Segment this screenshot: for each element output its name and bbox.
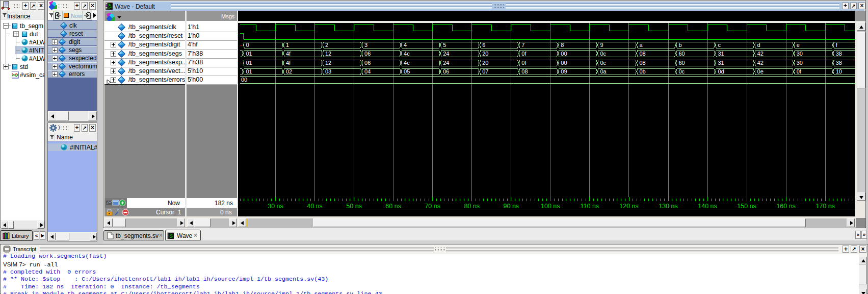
svg-text:24: 24 xyxy=(443,60,449,66)
svg-text:90 ns: 90 ns xyxy=(504,203,519,210)
svg-text:0c: 0c xyxy=(600,60,606,66)
svg-text:0e: 0e xyxy=(757,68,764,75)
svg-text:10: 10 xyxy=(836,68,842,75)
svg-text:9: 9 xyxy=(600,42,603,48)
svg-text:100 ns: 100 ns xyxy=(541,203,560,210)
svg-text:07: 07 xyxy=(482,68,488,75)
svg-text:06: 06 xyxy=(443,68,449,75)
svg-text:06: 06 xyxy=(364,60,371,66)
svg-text:42: 42 xyxy=(757,60,764,66)
svg-text:03: 03 xyxy=(325,68,331,75)
svg-text:01: 01 xyxy=(246,51,252,57)
svg-text:31: 31 xyxy=(718,60,724,66)
svg-text:7: 7 xyxy=(521,42,524,48)
svg-text:8: 8 xyxy=(561,42,564,48)
svg-text:2: 2 xyxy=(325,42,328,48)
svg-text:01: 01 xyxy=(246,60,252,66)
svg-text:06: 06 xyxy=(364,51,371,57)
svg-text:31: 31 xyxy=(718,51,724,57)
svg-text:30: 30 xyxy=(797,51,803,57)
svg-text:e: e xyxy=(797,42,800,48)
svg-text:c: c xyxy=(718,42,721,48)
svg-text:0f: 0f xyxy=(521,60,527,66)
svg-text:05: 05 xyxy=(404,68,410,75)
svg-text:50 ns: 50 ns xyxy=(346,203,362,210)
svg-text:5: 5 xyxy=(443,42,446,48)
svg-text:0f: 0f xyxy=(521,51,527,57)
svg-text:00: 00 xyxy=(561,60,567,66)
svg-text:a: a xyxy=(639,42,643,48)
svg-text:130 ns: 130 ns xyxy=(659,203,678,210)
svg-text:6: 6 xyxy=(482,42,485,48)
svg-text:38: 38 xyxy=(836,51,842,57)
svg-text:110 ns: 110 ns xyxy=(581,203,599,210)
svg-text:4: 4 xyxy=(404,42,407,48)
svg-text:0a: 0a xyxy=(600,68,607,75)
svg-text:0: 0 xyxy=(246,42,249,48)
svg-text:3: 3 xyxy=(364,42,367,48)
svg-text:60 ns: 60 ns xyxy=(385,203,401,210)
svg-text:1: 1 xyxy=(286,42,289,48)
svg-text:b: b xyxy=(679,42,682,48)
svg-text:24: 24 xyxy=(443,51,449,57)
svg-text:4c: 4c xyxy=(404,60,410,66)
svg-text:00: 00 xyxy=(241,77,247,83)
svg-text:20: 20 xyxy=(482,51,488,57)
svg-text:20: 20 xyxy=(482,60,488,66)
svg-text:140 ns: 140 ns xyxy=(698,203,717,210)
svg-text:0f: 0f xyxy=(797,68,802,75)
svg-text:4c: 4c xyxy=(404,51,410,57)
svg-text:40 ns: 40 ns xyxy=(307,203,323,210)
svg-text:0c: 0c xyxy=(679,68,685,75)
svg-text:160 ns: 160 ns xyxy=(776,203,796,210)
svg-text:60: 60 xyxy=(679,60,685,66)
svg-text:02: 02 xyxy=(286,68,292,75)
svg-text:12: 12 xyxy=(325,51,331,57)
svg-text:08: 08 xyxy=(639,51,645,57)
svg-text:30 ns: 30 ns xyxy=(268,203,283,210)
svg-text:f: f xyxy=(836,42,838,48)
svg-text:30: 30 xyxy=(797,60,803,66)
svg-text:150 ns: 150 ns xyxy=(737,203,756,210)
svg-text:0c: 0c xyxy=(600,51,606,57)
svg-text:12: 12 xyxy=(325,60,331,66)
svg-text:d: d xyxy=(757,42,760,48)
svg-text:70 ns: 70 ns xyxy=(425,203,440,210)
svg-text:09: 09 xyxy=(561,68,567,75)
svg-text:4f: 4f xyxy=(286,51,291,57)
svg-text:80 ns: 80 ns xyxy=(464,203,480,210)
svg-text:0b: 0b xyxy=(639,68,645,75)
svg-text:42: 42 xyxy=(757,51,764,57)
svg-text:120 ns: 120 ns xyxy=(619,203,639,210)
svg-text:04: 04 xyxy=(364,68,371,75)
svg-text:38: 38 xyxy=(836,60,842,66)
svg-text:0d: 0d xyxy=(718,68,724,75)
svg-text:4f: 4f xyxy=(286,60,291,66)
svg-text:08: 08 xyxy=(521,68,528,75)
svg-text:08: 08 xyxy=(639,60,645,66)
svg-text:60: 60 xyxy=(679,51,685,57)
svg-text:01: 01 xyxy=(246,68,252,75)
svg-text:00: 00 xyxy=(561,51,567,57)
svg-text:170 ns: 170 ns xyxy=(816,203,835,210)
